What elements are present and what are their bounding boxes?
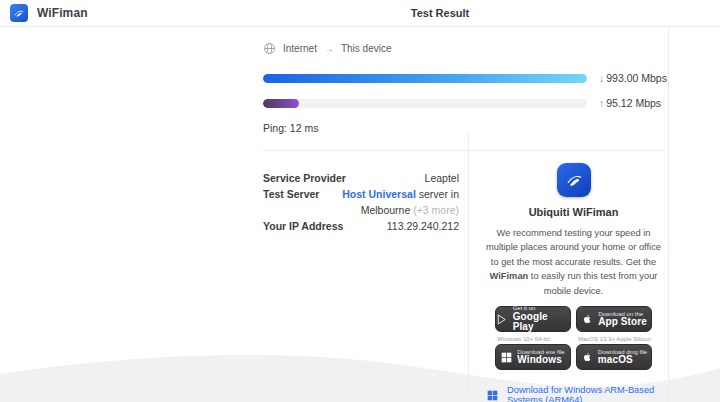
google-play-button[interactable]: Get it on Google Play	[495, 306, 571, 332]
brand[interactable]: WiFiman	[10, 4, 88, 22]
promo-desc-part1: We recommend testing your speed in multi…	[486, 228, 661, 267]
test-server-row: Test Server Host Universal server in Mel…	[263, 186, 459, 218]
windows-wrap: Windows 10+ 64-bit Download exe file Win…	[495, 344, 571, 370]
macos-big-label: macOS	[598, 355, 647, 366]
app-store-big-label: App Store	[598, 317, 647, 328]
upload-arrow-icon: ↑	[599, 97, 604, 109]
ip-address-label: Your IP Address	[263, 218, 343, 234]
promo-desc-part2: to easily run this test from your mobile…	[528, 271, 657, 295]
service-provider-row: Service Provider Leaptel	[263, 170, 459, 186]
test-server-more[interactable]: (+3 more)	[410, 204, 459, 216]
promo-desc-bold: WiFiman	[490, 271, 529, 281]
upload-bar-track	[263, 99, 587, 108]
test-server-value: Host Universal server in Melbourne (+3 m…	[342, 186, 459, 218]
route-arrow-icon: →	[324, 43, 334, 54]
store-badges: Get it on Google Play	[482, 306, 665, 370]
test-server-suffix: server in	[416, 188, 459, 200]
wifiman-app-icon	[557, 163, 591, 197]
connection-details: Service Provider Leaptel Test Server Hos…	[263, 151, 459, 402]
upload-speed-text: 95.12 Mbps	[606, 97, 661, 109]
windows-big-label: Windows	[517, 355, 564, 366]
service-provider-label: Service Provider	[263, 170, 346, 186]
download-speed-text: 993.00 Mbps	[606, 72, 667, 84]
download-bar-fill	[263, 74, 587, 83]
ip-address-row: Your IP Address 113.29.240.212	[263, 218, 459, 234]
download-link-windows-arm[interactable]: Download for Windows ARM-Based Systems (…	[487, 385, 665, 402]
mobile-badge-row: Get it on Google Play	[482, 306, 665, 332]
macos-requirement-label: MacOS 13.3+ Apple Silicon	[578, 336, 651, 342]
download-bar-track	[263, 74, 587, 83]
route-to: This device	[341, 43, 392, 54]
download-speed-value: ↓993.00 Mbps	[599, 72, 665, 84]
upload-bar-fill	[263, 99, 299, 108]
google-play-wrap: Get it on Google Play	[495, 306, 571, 332]
macos-download-button[interactable]: Download dmg file macOS	[576, 344, 652, 370]
ping-value: Ping: 12 ms	[263, 122, 665, 134]
apple-icon	[581, 312, 593, 326]
download-links: Download for Windows ARM-Based Systems (…	[482, 385, 665, 402]
wifiman-promo-panel: Ubiquiti WiFiman We recommend testing yo…	[482, 151, 665, 402]
columns-divider	[468, 133, 469, 398]
promo-title: Ubiquiti WiFiman	[482, 206, 665, 218]
windows-icon	[501, 352, 512, 363]
test-server-label: Test Server	[263, 186, 319, 218]
upload-speed-value: ↑95.12 Mbps	[599, 97, 665, 109]
test-server-city: Melbourne	[361, 204, 411, 216]
google-play-big-label: Google Play	[513, 312, 570, 333]
windows-requirement-label: Windows 10+ 64-bit	[497, 336, 550, 342]
windows-icon	[487, 390, 498, 401]
macos-wrap: MacOS 13.3+ Apple Silicon Download dmg f…	[576, 344, 652, 370]
page-title: Test Result	[411, 7, 469, 19]
app-title: WiFiman	[37, 6, 88, 20]
upload-speed-row: ↑95.12 Mbps	[263, 97, 665, 109]
test-server-link[interactable]: Host Universal	[342, 188, 416, 200]
promo-description: We recommend testing your speed in multi…	[482, 226, 665, 298]
details-columns: Service Provider Leaptel Test Server Hos…	[263, 151, 665, 402]
google-play-icon	[496, 313, 508, 326]
globe-icon	[263, 42, 276, 55]
app-store-wrap: Download on the App Store	[576, 306, 652, 332]
service-provider-value: Leaptel	[425, 170, 459, 186]
download-speed-row: ↓993.00 Mbps	[263, 72, 665, 84]
apple-icon	[581, 350, 593, 364]
download-link-label: Download for Windows ARM-Based Systems (…	[507, 385, 665, 402]
route-from: Internet	[283, 43, 317, 54]
app-store-button[interactable]: Download on the App Store	[576, 306, 652, 332]
route-row: Internet → This device	[263, 42, 665, 55]
content-right-border	[668, 27, 669, 402]
windows-download-button[interactable]: Download exe file Windows	[495, 344, 571, 370]
desktop-badge-row: Windows 10+ 64-bit Download exe file Win…	[482, 344, 665, 370]
main-content: Internet → This device ↓993.00 Mbps ↑95.…	[263, 27, 665, 402]
wifiman-logo-icon	[10, 4, 28, 22]
top-header: WiFiman Test Result	[0, 0, 720, 27]
download-arrow-icon: ↓	[599, 72, 604, 84]
wifiman-test-result-page: WiFiman Test Result Internet → This devi…	[0, 0, 720, 402]
ip-address-value: 113.29.240.212	[387, 218, 459, 234]
